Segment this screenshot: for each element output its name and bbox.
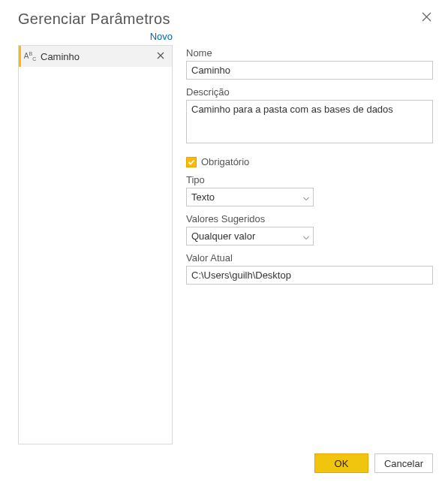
delete-parameter-icon[interactable] — [154, 50, 167, 63]
parameter-list: ABC Caminho — [18, 45, 173, 444]
parameter-form: Nome Descrição Obrigatório Tipo Texto Va… — [186, 31, 433, 444]
description-label: Descrição — [186, 86, 433, 98]
dialog-content: Novo ABC Caminho Nome Descrição — [18, 31, 433, 444]
close-icon[interactable] — [420, 11, 433, 25]
dialog-title: Gerenciar Parâmetros — [18, 11, 170, 28]
description-input[interactable] — [186, 100, 433, 143]
required-row: Obrigatório — [186, 156, 433, 167]
required-label: Obrigatório — [201, 156, 249, 167]
suggested-select-value: Qualquer valor — [191, 230, 255, 242]
suggested-values-label: Valores Sugeridos — [186, 213, 433, 224]
dialog-footer: OK Cancelar — [18, 453, 433, 473]
suggested-values-select[interactable]: Qualquer valor — [186, 227, 314, 246]
type-label: Tipo — [186, 174, 433, 185]
suggested-select-wrap: Qualquer valor — [186, 227, 314, 246]
name-input[interactable] — [186, 61, 433, 80]
cancel-button[interactable]: Cancelar — [374, 453, 433, 473]
new-parameter-link[interactable]: Novo — [150, 31, 173, 42]
ok-button[interactable]: OK — [314, 453, 368, 473]
parameter-item-name: Caminho — [39, 51, 154, 62]
parameter-list-column: Novo ABC Caminho — [18, 31, 173, 444]
dialog-header: Gerenciar Parâmetros — [18, 11, 433, 28]
manage-parameters-dialog: Gerenciar Parâmetros Novo ABC Caminho No… — [0, 0, 448, 488]
current-value-label: Valor Atual — [186, 252, 433, 264]
type-select-wrap: Texto — [186, 188, 314, 206]
required-checkbox[interactable] — [186, 157, 197, 167]
type-select[interactable]: Texto — [186, 188, 314, 206]
type-select-value: Texto — [191, 191, 215, 203]
text-type-icon: ABC — [21, 51, 39, 62]
parameter-list-item[interactable]: ABC Caminho — [19, 46, 172, 67]
name-label: Nome — [186, 47, 433, 59]
current-value-input[interactable] — [186, 266, 433, 285]
